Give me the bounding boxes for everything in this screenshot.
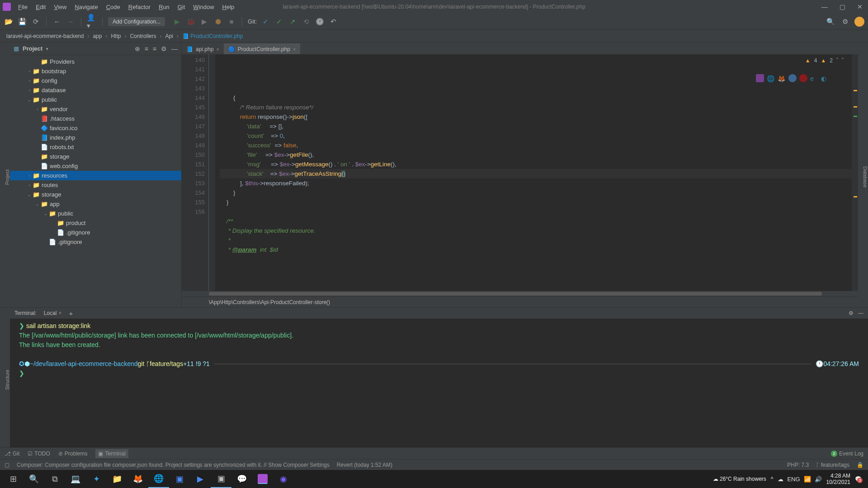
git-history-icon[interactable]: ⟲ [301,17,311,27]
tray-chevron-icon[interactable]: ^ [771,476,774,482]
event-log-button[interactable]: 2 Event Log [831,450,863,457]
firefox-icon[interactable]: 🦊 [127,470,148,488]
git-clock-icon[interactable]: 🕐 [315,17,325,27]
debug-icon[interactable]: 🐞 [186,17,196,27]
terminal-settings-icon[interactable]: ⚙ [849,310,854,316]
tree-item[interactable]: 📁product [10,218,181,228]
tree-item[interactable]: 📄robots.txt [10,142,181,152]
problems-tool-button[interactable]: ⊘ Problems [58,450,88,457]
search-button[interactable]: 🔍 [24,470,44,488]
menu-code[interactable]: Code [103,2,124,12]
taskbar-clock[interactable]: 4:28 AM 10/2/2021 [826,473,850,486]
edge-icon[interactable]: ◐ [821,74,829,82]
search-icon[interactable]: 🔍 [826,17,835,27]
collapse-icon[interactable]: ≡ [153,45,156,52]
wifi-icon[interactable]: 📶 [804,476,811,483]
menu-file[interactable]: File [14,2,31,12]
editor-breadcrumb-item[interactable]: ProductController [270,299,312,305]
tree-item[interactable]: 🔷favicon.ico [10,123,181,133]
tree-item[interactable]: ›📁bootstrap [10,66,181,76]
chrome-icon[interactable]: 🌐 [767,74,775,82]
tree-item[interactable]: ›📁database [10,85,181,95]
close-button[interactable]: ✕ [854,2,865,11]
onedrive-icon[interactable]: ☁ [778,476,783,483]
opera-icon[interactable] [799,74,807,82]
terminal-tool-button[interactable]: ▣ Terminal [95,449,128,458]
menu-refactor[interactable]: Refactor [125,2,154,12]
editor-tab[interactable]: 🔵ProductController.php× [224,43,301,54]
tree-item[interactable]: 📄.gitignore [10,237,181,247]
tree-item[interactable]: ⌄📁public [10,209,181,218]
menu-run[interactable]: Run [155,2,173,12]
editor-content[interactable]: 1401411421431441451461471481491501511521… [182,54,858,291]
close-tab-icon[interactable]: × [216,47,219,52]
terminal-app-icon[interactable]: ▣ [211,470,231,488]
terminal-hide-icon[interactable]: — [858,310,863,316]
settings-icon[interactable]: ⚙ [840,17,850,27]
terminal-content[interactable]: ❯ sail artisan storage:link The [/var/ww… [10,319,868,447]
tree-item[interactable]: 📘index.php [10,133,181,142]
phpstorm-taskbar-icon[interactable] [258,474,268,484]
breadcrumb-item[interactable]: Api [163,33,175,39]
expand-icon[interactable]: ≡ [145,45,148,52]
status-revert[interactable]: Revert (today 1:52 AM) [337,462,392,468]
menu-navigate[interactable]: Navigate [71,2,101,12]
weather-widget[interactable]: ☁ 26°C Rain showers [713,476,766,482]
tree-item[interactable]: ›📁config [10,76,181,85]
laptop-icon[interactable]: 💻 [65,470,86,488]
close-tab-icon[interactable]: × [58,310,61,316]
tree-item[interactable]: ›📁routes [10,180,181,190]
tree-item[interactable]: 📄.gitignore [10,228,181,237]
zoom-icon[interactable]: ▣ [169,470,190,488]
back-icon[interactable]: ← [52,17,62,27]
refresh-icon[interactable]: ⟳ [31,17,41,27]
git-rollback-icon[interactable]: ↶ [328,17,338,27]
minimize-button[interactable]: — [819,2,830,11]
save-icon[interactable]: 💾 [17,17,27,27]
vscode-icon[interactable]: ✦ [86,470,107,488]
breadcrumb-item[interactable]: Http [109,33,123,39]
git-branch-status[interactable]: ᚴ feature/tags [816,462,849,468]
status-message[interactable]: Composer: Composer configuration file co… [17,462,330,468]
tree-item[interactable]: 📄web.config [10,161,181,171]
tree-item[interactable]: ›📁resources [10,171,181,180]
safari-icon[interactable] [788,74,797,82]
git-commit-icon[interactable]: ✓ [274,17,284,27]
menu-git[interactable]: Git [174,2,189,12]
project-dropdown-icon[interactable]: ▾ [46,47,48,51]
menu-view[interactable]: View [50,2,70,12]
tree-item[interactable]: 📕.htaccess [10,114,181,123]
tool-project[interactable]: Project [5,169,10,185]
chrome-icon[interactable]: 🌐 [148,470,169,488]
language-icon[interactable]: ENG [787,476,800,483]
editor-error-stripe[interactable] [852,54,858,291]
terminal-tab-local[interactable]: Local × [41,309,65,317]
code-area[interactable]: ▲4 ▲2 ˆ ˇ 🌐 🦊 e ◐ { /* Return failure re… [215,54,852,291]
forward-icon[interactable]: → [66,17,75,27]
start-button[interactable]: ⊞ [3,470,24,488]
coverage-icon[interactable]: ▶ [199,17,209,27]
breadcrumb-item[interactable]: app [91,33,104,39]
movies-icon[interactable]: ▶ [190,470,211,488]
horizontal-scrollbar[interactable] [182,291,858,296]
tree-item[interactable]: 📁storage [10,152,181,161]
tool-database[interactable]: Database [863,166,868,188]
run-icon[interactable]: ▶ [172,17,182,27]
avatar[interactable] [854,17,864,27]
tree-item[interactable]: ⌄📁storage [10,190,181,199]
tree-item[interactable]: 📁Providers [10,57,181,66]
tree-item[interactable]: ›📁vendor [10,104,181,114]
git-pull-icon[interactable]: ✓ [260,17,270,27]
ie-icon[interactable]: e [810,74,818,82]
menu-edit[interactable]: Edit [32,2,49,12]
whatsapp-icon[interactable]: 💬 [231,470,252,488]
git-push-icon[interactable]: ↗ [288,17,297,27]
close-tab-icon[interactable]: × [293,47,296,52]
php-version[interactable]: PHP: 7.3 [787,462,809,468]
breadcrumb-item[interactable]: laravel-api-ecommerce-backend [5,33,85,39]
user-menu-icon[interactable]: 👤▾ [87,17,97,27]
breadcrumb-item[interactable]: Controllers [128,33,158,39]
settings-gear-icon[interactable]: ⚙ [161,45,167,52]
tool-structure[interactable]: Structure [5,370,10,390]
locate-icon[interactable]: ⊕ [135,45,140,52]
